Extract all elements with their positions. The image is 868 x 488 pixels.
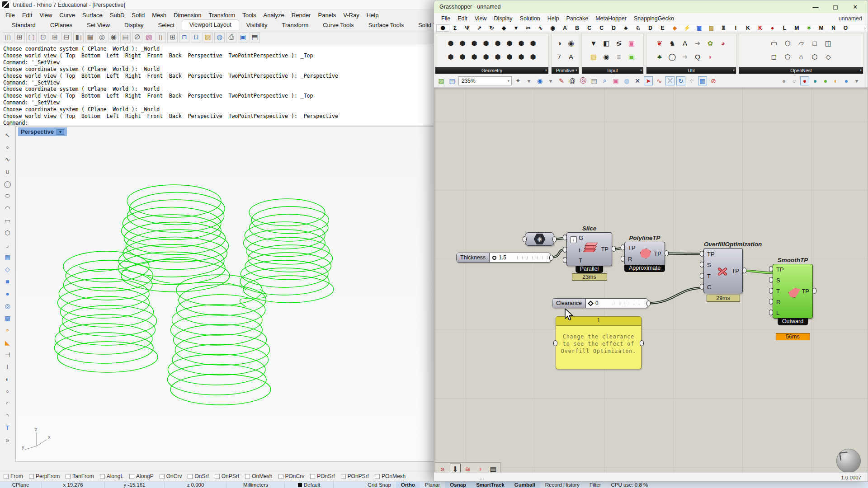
component-icon[interactable]: ⬢ (505, 53, 514, 61)
solver-tag[interactable]: Approximate (624, 265, 665, 272)
recompute-icon[interactable]: ↻ (676, 76, 685, 85)
two-point-perspective-icon[interactable]: ◉ (108, 32, 119, 42)
status-cplane[interactable]: CPlane (0, 482, 42, 488)
osnap-option[interactable]: PerpFrom (29, 473, 60, 479)
tab-o[interactable]: O (840, 25, 852, 31)
rhino-toolbar-tab[interactable]: Surface Tools (361, 20, 411, 30)
component-icon[interactable]: ◫ (823, 40, 834, 47)
pointer-icon[interactable]: ↖ (2, 129, 14, 141)
tab-n[interactable]: N (827, 25, 840, 31)
checkbox-icon[interactable] (160, 474, 165, 479)
input-nub[interactable] (700, 273, 704, 279)
tab-plugin2[interactable]: ♘ (632, 25, 644, 31)
viewport-tab[interactable] (26, 469, 37, 471)
tab-transform[interactable]: ∿ (534, 25, 547, 31)
tab-rook[interactable]: ♜ (717, 25, 730, 31)
component-icon[interactable]: ◻ (769, 53, 779, 61)
rhino-menu-item[interactable]: Render (288, 11, 315, 19)
input-nub[interactable] (700, 262, 704, 267)
preview-colors-icon[interactable]: ⁘ (687, 76, 696, 85)
input-nub[interactable] (553, 340, 557, 346)
component-icon[interactable]: ⬢ (470, 53, 479, 61)
grasshopper-menu-item[interactable]: File (438, 14, 454, 23)
chevron-down-icon[interactable]: ▾ (860, 68, 862, 72)
input-nub[interactable] (769, 299, 773, 305)
overfill-optimization-component[interactable]: OverfillOptimization TP S T C TP 29ms (703, 248, 743, 293)
component-icon[interactable]: ◯ (667, 53, 677, 61)
component-icon[interactable]: ♣ (655, 53, 665, 61)
tab-d1[interactable]: D (608, 25, 620, 31)
preview-eye-icon[interactable]: ◉ (535, 76, 544, 85)
rhino-menu-item[interactable]: Dimension (170, 11, 205, 19)
width-icon[interactable]: ⊓ (179, 32, 189, 42)
component-icon[interactable]: ➜ (680, 53, 690, 61)
tab-params[interactable]: ⬢ (437, 25, 449, 31)
tab-maths[interactable]: Σ (449, 25, 461, 31)
viewport-split-icon[interactable]: ◫ (3, 32, 13, 42)
note-panel[interactable]: 1 Change the clearanceto see the effect … (556, 316, 642, 369)
component-icon[interactable]: ⬠ (782, 53, 793, 61)
tab-mesh[interactable]: ▼ (510, 25, 522, 31)
tab-reddot[interactable]: ● (766, 25, 778, 31)
input-nub[interactable] (769, 277, 773, 283)
output-nub[interactable] (549, 255, 553, 261)
checkbox-icon[interactable] (29, 474, 34, 479)
component-icon[interactable]: ⬢ (446, 53, 455, 61)
sketch-pen-icon[interactable]: ✎ (557, 76, 566, 85)
osnap-option[interactable]: POnSrf (310, 473, 335, 479)
perspective-icon[interactable]: ◎ (97, 32, 107, 42)
osnap-option[interactable]: TanFrom (66, 473, 94, 479)
input-nub[interactable] (621, 256, 625, 262)
component-icon[interactable]: ⬢ (493, 40, 502, 47)
document-icon[interactable]: ▤ (590, 76, 599, 85)
component-icon[interactable]: □ (809, 40, 820, 47)
rhino-toolbar-tab[interactable]: Transform (274, 20, 316, 30)
galapagos-icon[interactable]: ◍ (622, 76, 631, 85)
rhino-menu-item[interactable]: Edit (19, 11, 36, 19)
point-icon[interactable]: ∘ (2, 141, 14, 153)
osnap-option[interactable]: OnMesh (245, 473, 272, 479)
input-nub[interactable] (769, 266, 773, 272)
viewport-vsplit-icon[interactable]: ◧ (73, 32, 84, 42)
status-toggle[interactable]: Record History (540, 482, 585, 488)
chevron-down-icon[interactable]: ▾ (733, 68, 735, 72)
sphere-icon[interactable]: ● (2, 287, 14, 300)
component-icon[interactable]: ⬢ (446, 40, 455, 47)
component-icon[interactable]: ⬢ (481, 53, 491, 61)
component-icon[interactable]: ⬡ (809, 53, 820, 61)
green-material-icon[interactable]: ● (821, 76, 830, 85)
rhino-menu-item[interactable]: Surface (79, 11, 106, 19)
output-nub[interactable] (612, 246, 616, 252)
grasshopper-menu-item[interactable]: Display (491, 14, 516, 23)
thickness-slider[interactable]: Thickness 1.5 (456, 253, 551, 263)
checkbox-icon[interactable] (188, 474, 193, 479)
component-icon[interactable]: ▭ (769, 40, 779, 47)
component-icon[interactable]: ⬢ (458, 40, 467, 47)
component-icon[interactable]: ⬢ (505, 40, 514, 47)
tab-d2[interactable]: D (644, 25, 656, 31)
dropdown-icon[interactable]: ▾ (852, 76, 861, 85)
blue-material-icon[interactable]: ● (842, 76, 851, 85)
osnap-option[interactable]: From (4, 473, 23, 479)
checkbox-icon[interactable] (310, 474, 315, 479)
output-nub[interactable] (646, 300, 651, 306)
status-toggle[interactable]: Planar (420, 482, 445, 488)
component-icon[interactable]: ⬢ (517, 40, 526, 47)
boolean-icon[interactable]: ⚬ (2, 324, 14, 336)
checkbox-icon[interactable] (278, 474, 283, 479)
text-icon[interactable]: T (2, 422, 14, 434)
rhino-toolbar-tab[interactable]: Select (151, 20, 182, 30)
save-file-icon[interactable]: ▤ (448, 76, 457, 85)
osnap-option[interactable]: AlongL (100, 473, 123, 479)
grasshopper-menu-item[interactable]: SnappingGecko (630, 14, 678, 23)
close-button[interactable]: ✕ (851, 4, 859, 10)
output-nub[interactable] (552, 236, 557, 242)
chevron-down-icon[interactable]: ▾ (545, 68, 547, 72)
component-icon[interactable]: ≶ (614, 40, 624, 47)
find-icon[interactable]: ⌕ (600, 76, 609, 85)
rhino-toolbar-tab[interactable]: Display (117, 20, 151, 30)
curve-through-points-icon[interactable]: ∪ (2, 165, 14, 178)
solver-tag[interactable]: Parallel (576, 266, 604, 273)
surface-from-points-icon[interactable]: ▦ (2, 251, 14, 263)
explode-icon[interactable]: ◣ (2, 336, 14, 348)
